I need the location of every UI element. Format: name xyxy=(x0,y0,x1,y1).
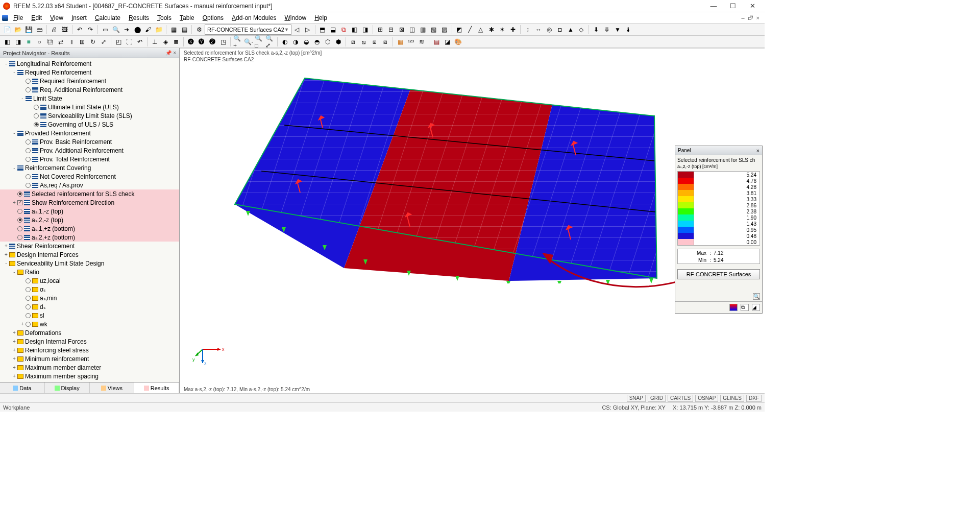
legend-row[interactable]: 1.43 xyxy=(678,221,760,227)
tree-required-reinforcement[interactable]: -Required Reinforcement xyxy=(0,68,179,77)
t2-v-icon[interactable]: ⧇ xyxy=(380,37,390,47)
tree-design-internal-forces[interactable]: +Design Internal Forces xyxy=(0,337,179,346)
angle-icon[interactable]: △ xyxy=(476,25,486,35)
orb-icon[interactable]: ◎ xyxy=(544,25,554,35)
mdi-minimize-button[interactable]: – xyxy=(741,15,744,21)
copy-icon[interactable]: ⿻ xyxy=(45,37,55,47)
zoom-out-icon[interactable]: 🔍- xyxy=(243,37,254,47)
tree-show-reinforcement-direction[interactable]: +✓Show Reinforcement Direction xyxy=(0,198,179,207)
view-3d-icon[interactable]: ▦ xyxy=(168,25,179,35)
move-icon[interactable]: ⇄ xyxy=(56,37,66,47)
tool-j-icon[interactable]: ▧ xyxy=(429,25,439,35)
palette-icon[interactable]: ▤ xyxy=(431,37,442,47)
snap-body-icon[interactable]: ◈ xyxy=(160,37,170,47)
viewz-icon[interactable]: 🅩 xyxy=(207,37,217,47)
t2-d-icon[interactable]: ○ xyxy=(34,37,44,47)
snap-grid[interactable]: GRID xyxy=(648,395,666,402)
menu-tools[interactable]: Tools xyxy=(153,13,176,22)
redo-icon[interactable]: ↷ xyxy=(85,25,95,35)
legend-row[interactable]: 0.00 xyxy=(678,239,760,245)
nav-tab-views[interactable]: Views xyxy=(90,382,135,393)
grid-icon[interactable]: ▤ xyxy=(179,25,189,35)
tree-shear-reinforcement[interactable]: +Shear Reinforcement xyxy=(0,242,179,250)
rel-icon[interactable]: ◇ xyxy=(576,25,586,35)
menu-view[interactable]: View xyxy=(46,13,67,22)
t2-n-icon[interactable]: ◑ xyxy=(290,37,301,47)
scale-icon[interactable]: ⤢ xyxy=(99,37,109,47)
tree-maximum-member-diameter[interactable]: +Maximum member diameter xyxy=(0,363,179,372)
snap-cartes[interactable]: CARTES xyxy=(668,395,693,402)
beam-icon[interactable]: ╱ xyxy=(465,25,475,35)
nav-tab-results[interactable]: Results xyxy=(134,382,179,393)
t2-q-icon[interactable]: ⬡ xyxy=(323,37,333,47)
menu-table[interactable]: Table xyxy=(176,13,199,22)
zoom-window-icon[interactable]: ◰ xyxy=(113,37,124,47)
nav-prev-icon[interactable]: ◁ xyxy=(292,25,302,35)
tree-wk[interactable]: +wk xyxy=(0,320,179,328)
panel-tab-2-icon[interactable]: ⧉ xyxy=(741,304,749,311)
tree-selected-reinforcement-for-sls-check[interactable]: Selected reinforcement for SLS check xyxy=(0,189,179,198)
legend-row[interactable]: 4.76 xyxy=(678,178,760,184)
new-icon[interactable]: 📄 xyxy=(2,25,12,35)
zoom-all-icon[interactable]: ⛶ xyxy=(124,37,134,47)
t2-m-icon[interactable]: ◐ xyxy=(280,37,290,47)
maximize-button[interactable]: ☐ xyxy=(728,2,738,10)
mesh-icon[interactable]: ◩ xyxy=(454,25,464,35)
sect-icon[interactable]: ◘ xyxy=(555,25,565,35)
tool-g-icon[interactable]: ⊠ xyxy=(397,25,407,35)
legend-row[interactable]: 2.38 xyxy=(678,208,760,214)
ldim-icon[interactable]: ↔ xyxy=(533,25,544,35)
legend-row[interactable]: 5.24 xyxy=(678,172,760,178)
t2-r-icon[interactable]: ⬢ xyxy=(333,37,344,47)
menu-add-on-modules[interactable]: Add-on Modules xyxy=(228,13,280,22)
snap-snap[interactable]: SNAP xyxy=(627,395,646,402)
tool-f-icon[interactable]: ⊟ xyxy=(386,25,396,35)
menu-window[interactable]: Window xyxy=(280,13,310,22)
nav-tab-data[interactable]: Data xyxy=(0,382,45,393)
folder-icon[interactable]: 📁 xyxy=(154,25,164,35)
tree-prov-additional-reinforcement[interactable]: Prov. Additional Reinforcement xyxy=(0,146,179,155)
snap-osnap[interactable]: OSNAP xyxy=(695,395,718,402)
saveall-icon[interactable]: 🗃 xyxy=(34,25,44,35)
arrow-icon[interactable]: ➜ xyxy=(121,25,132,35)
pin-icon[interactable]: 📌 × xyxy=(165,50,176,56)
tree-minimum-reinforcement[interactable]: +Minimum reinforcement xyxy=(0,354,179,363)
tree-a-1-z-top-[interactable]: aₛ,1,-z (top) xyxy=(0,207,179,216)
legend-row[interactable]: 3.81 xyxy=(678,190,760,196)
open-icon[interactable]: 📂 xyxy=(13,25,23,35)
menu-insert[interactable]: Insert xyxy=(67,13,91,22)
aload-icon[interactable]: ▼ xyxy=(612,25,623,35)
supp-icon[interactable]: ▲ xyxy=(566,25,576,35)
save-icon[interactable]: 💾 xyxy=(23,25,34,35)
panel-tab-3-icon[interactable]: ◢ xyxy=(752,304,760,311)
tree-design-internal-forces[interactable]: +Design Internal Forces xyxy=(0,250,179,259)
tree-deformations[interactable]: +Deformations xyxy=(0,328,179,337)
tool-e-icon[interactable]: ⊞ xyxy=(375,25,385,35)
viewx-icon[interactable]: 🅧 xyxy=(186,37,196,47)
mdi-restore-button[interactable]: 🗗 xyxy=(748,15,753,21)
viewy-icon[interactable]: 🅨 xyxy=(197,37,207,47)
tree-d-[interactable]: dₛ xyxy=(0,302,179,311)
menu-file[interactable]: File xyxy=(9,13,27,22)
temp-icon[interactable]: 🌡 xyxy=(623,25,633,35)
tree--[interactable]: σₛ xyxy=(0,285,179,294)
module-button[interactable]: RF-CONCRETE Surfaces xyxy=(677,269,760,279)
menu-calculate[interactable]: Calculate xyxy=(91,13,125,22)
t2-t-icon[interactable]: ⧅ xyxy=(359,37,369,47)
tree-limit-state[interactable]: -Limit State xyxy=(0,94,179,103)
tree-req-additional-reinforcement[interactable]: Req. Additional Reinforcement xyxy=(0,85,179,94)
tree-provided-reinforcement[interactable]: -Provided Reinforcement xyxy=(0,129,179,137)
panel-tab-1-icon[interactable] xyxy=(729,304,738,311)
t2-u-icon[interactable]: ⧆ xyxy=(370,37,380,47)
zoom-prev-icon[interactable]: ↶ xyxy=(135,37,145,47)
tree-a-2-z-bottom-[interactable]: aₛ,2,+z (bottom) xyxy=(0,233,179,242)
snap-dxf[interactable]: DXF xyxy=(746,395,762,402)
paint-icon[interactable]: 🖌 xyxy=(143,25,153,35)
close-button[interactable]: ✕ xyxy=(747,2,757,10)
tree-uz-local[interactable]: uz,local xyxy=(0,276,179,285)
menu-options[interactable]: Options xyxy=(199,13,228,22)
mirror-icon[interactable]: ⫴ xyxy=(66,37,77,47)
tool-d-icon[interactable]: ◨ xyxy=(360,25,371,35)
tree-a-min[interactable]: aₛ,min xyxy=(0,294,179,302)
results-on-icon[interactable]: ▦ xyxy=(395,37,405,47)
